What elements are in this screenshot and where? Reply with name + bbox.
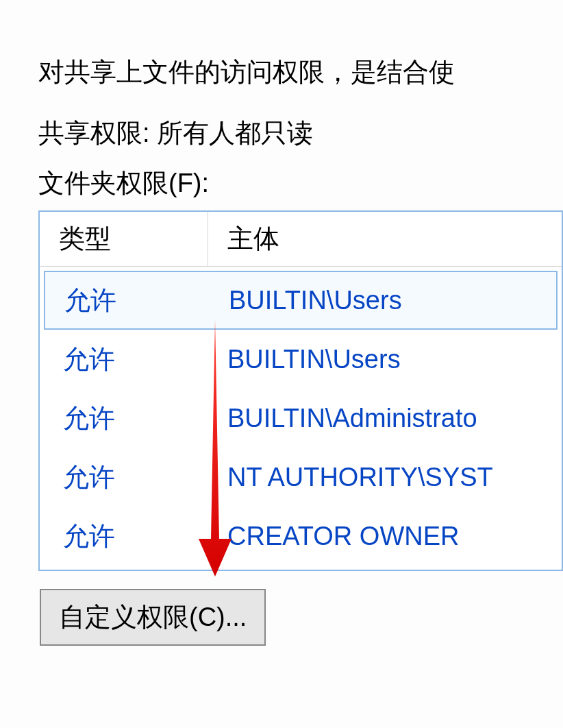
principal-cell: NT AUTHORITY\SYST bbox=[208, 463, 558, 492]
type-cell: 允许 bbox=[45, 283, 210, 318]
table-row[interactable]: 允许CREATOR OWNER bbox=[44, 507, 558, 566]
table-row[interactable]: 允许BUILTIN\Users bbox=[44, 271, 558, 330]
type-cell: 允许 bbox=[44, 401, 208, 436]
principal-cell: BUILTIN\Administrato bbox=[208, 404, 558, 433]
table-body: 允许BUILTIN\Users允许BUILTIN\Users允许BUILTIN\… bbox=[40, 267, 562, 570]
folder-permission-label: 文件夹权限(F): bbox=[38, 166, 563, 201]
principal-cell: BUILTIN\Users bbox=[210, 286, 556, 315]
share-permission-text: 共享权限: 所有人都只读 bbox=[38, 116, 563, 151]
table-header: 类型 主体 bbox=[40, 212, 562, 267]
principal-cell: BUILTIN\Users bbox=[208, 345, 558, 374]
type-cell: 允许 bbox=[44, 342, 208, 377]
customize-permissions-button[interactable]: 自定义权限(C)... bbox=[40, 589, 266, 646]
table-row[interactable]: 允许NT AUTHORITY\SYST bbox=[44, 448, 558, 507]
type-cell: 允许 bbox=[44, 460, 208, 495]
column-header-type[interactable]: 类型 bbox=[40, 212, 208, 266]
table-row[interactable]: 允许BUILTIN\Administrato bbox=[44, 389, 558, 448]
permissions-table: 类型 主体 允许BUILTIN\Users允许BUILTIN\Users允许BU… bbox=[38, 210, 563, 571]
table-row[interactable]: 允许BUILTIN\Users bbox=[44, 330, 558, 389]
description-text: 对共享上文件的访问权限，是结合使 bbox=[38, 55, 563, 90]
column-header-principal[interactable]: 主体 bbox=[208, 212, 562, 266]
principal-cell: CREATOR OWNER bbox=[208, 522, 558, 551]
type-cell: 允许 bbox=[44, 519, 208, 554]
